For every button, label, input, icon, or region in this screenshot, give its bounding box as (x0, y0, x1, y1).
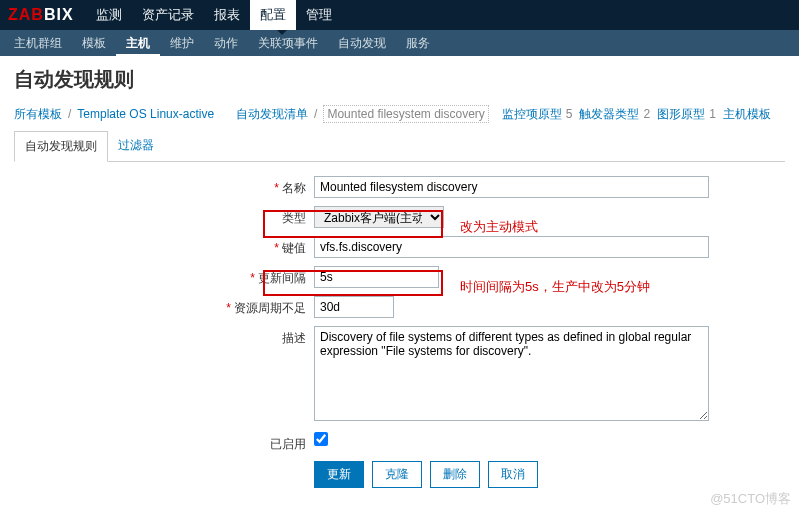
breadcrumb-current: Mounted filesystem discovery (323, 105, 488, 123)
tab-1[interactable]: 过滤器 (108, 131, 164, 161)
topnav-item-3[interactable]: 配置 (250, 0, 296, 30)
key-input[interactable] (314, 236, 709, 258)
subnav-item-6[interactable]: 自动发现 (328, 30, 396, 56)
logo: ZABBIX (8, 6, 74, 24)
sub-nav: 主机群组模板主机维护动作关联项事件自动发现服务 (0, 30, 799, 56)
desc-label: 描述 (282, 331, 306, 345)
interval-input[interactable] (314, 266, 439, 288)
delete-button[interactable]: 删除 (430, 461, 480, 488)
update-button[interactable]: 更新 (314, 461, 364, 488)
topnav-item-2[interactable]: 报表 (204, 0, 250, 30)
type-select[interactable]: Zabbix客户端(主动式) (314, 206, 444, 228)
subnav-item-1[interactable]: 模板 (72, 30, 116, 56)
tabs: 自动发现规则过滤器 (14, 131, 785, 162)
breadcrumb-discovery-list[interactable]: 自动发现清单 (236, 106, 308, 123)
breadcrumb-link-2[interactable]: 图形原型 (657, 107, 705, 121)
breadcrumb: 所有模板 / Template OS Linux-active 自动发现清单 /… (14, 105, 785, 123)
topnav-item-4[interactable]: 管理 (296, 0, 342, 30)
breadcrumb-link-1[interactable]: 触发器类型 (579, 107, 639, 121)
name-label: 名称 (282, 181, 306, 195)
topnav-item-1[interactable]: 资产记录 (132, 0, 204, 30)
subnav-item-7[interactable]: 服务 (396, 30, 440, 56)
breadcrumb-all-templates[interactable]: 所有模板 (14, 106, 62, 123)
cancel-button[interactable]: 取消 (488, 461, 538, 488)
subnav-item-5[interactable]: 关联项事件 (248, 30, 328, 56)
subnav-item-4[interactable]: 动作 (204, 30, 248, 56)
resource-label: 资源周期不足 (234, 301, 306, 315)
topnav-item-0[interactable]: 监测 (86, 0, 132, 30)
resource-input[interactable] (314, 296, 394, 318)
breadcrumb-link-0[interactable]: 监控项原型 (502, 107, 562, 121)
top-nav: ZABBIX 监测资产记录报表配置管理 (0, 0, 799, 30)
clone-button[interactable]: 克隆 (372, 461, 422, 488)
tab-0[interactable]: 自动发现规则 (14, 131, 108, 162)
name-input[interactable] (314, 176, 709, 198)
subnav-item-2[interactable]: 主机 (116, 30, 160, 56)
breadcrumb-template[interactable]: Template OS Linux-active (77, 107, 214, 121)
page-title: 自动发现规则 (14, 66, 785, 93)
nav-arrow-icon (277, 30, 287, 35)
type-label: 类型 (282, 211, 306, 225)
subnav-item-0[interactable]: 主机群组 (4, 30, 72, 56)
enabled-label: 已启用 (270, 437, 306, 451)
breadcrumb-link-3[interactable]: 主机模板 (723, 107, 771, 121)
subnav-item-3[interactable]: 维护 (160, 30, 204, 56)
desc-textarea[interactable]: Discovery of file systems of different t… (314, 326, 709, 421)
interval-label: 更新间隔 (258, 271, 306, 285)
enabled-checkbox[interactable] (314, 432, 328, 446)
key-label: 键值 (282, 241, 306, 255)
